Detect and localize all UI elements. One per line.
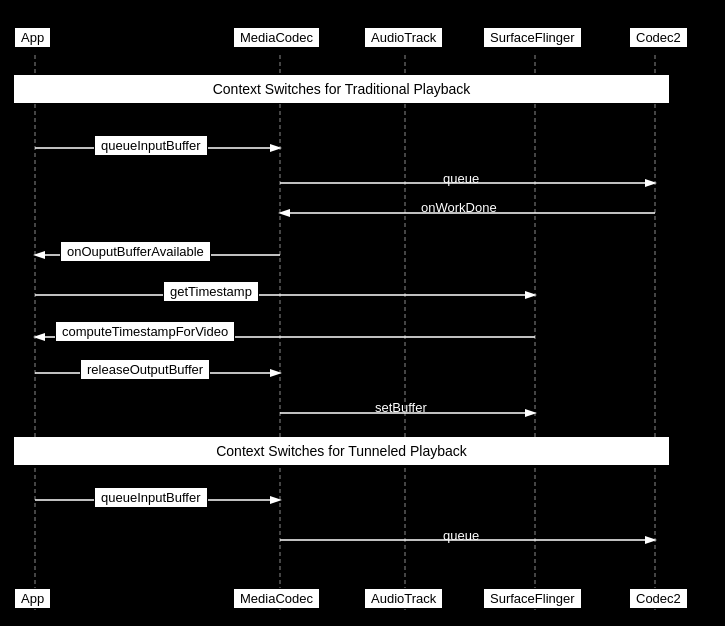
svg-marker-8 <box>645 179 657 187</box>
section1-bar: Context Switches for Traditional Playbac… <box>14 75 669 103</box>
header-audiotrack: AudioTrack <box>364 27 443 48</box>
footer-surfaceflinger: SurfaceFlinger <box>483 588 582 609</box>
svg-marker-10 <box>278 209 290 217</box>
svg-marker-6 <box>270 144 282 152</box>
get-timestamp-label: getTimestamp <box>163 281 259 302</box>
queue-input-buffer-2-label: queueInputBuffer <box>94 487 208 508</box>
footer-mediacodec: MediaCodec <box>233 588 320 609</box>
svg-marker-14 <box>525 291 537 299</box>
header-surfaceflinger: SurfaceFlinger <box>483 27 582 48</box>
queue-2-label: queue <box>443 528 479 543</box>
section2-bar: Context Switches for Tunneled Playback <box>14 437 669 465</box>
svg-marker-18 <box>270 369 282 377</box>
footer-app: App <box>14 588 51 609</box>
queue-1-label: queue <box>443 171 479 186</box>
on-output-buffer-available-label: onOuputBufferAvailable <box>60 241 211 262</box>
on-work-done-label: onWorkDone <box>421 200 497 215</box>
svg-marker-22 <box>270 496 282 504</box>
header-codec2: Codec2 <box>629 27 688 48</box>
svg-marker-12 <box>33 251 45 259</box>
footer-audiotrack: AudioTrack <box>364 588 443 609</box>
footer-codec2: Codec2 <box>629 588 688 609</box>
svg-marker-16 <box>33 333 45 341</box>
header-mediacodec: MediaCodec <box>233 27 320 48</box>
queue-input-buffer-1-label: queueInputBuffer <box>94 135 208 156</box>
set-buffer-label: setBuffer <box>375 400 427 415</box>
svg-marker-20 <box>525 409 537 417</box>
svg-marker-24 <box>645 536 657 544</box>
header-app: App <box>14 27 51 48</box>
diagram: App MediaCodec AudioTrack SurfaceFlinger… <box>0 0 725 626</box>
compute-timestamp-label: computeTimestampForVideo <box>55 321 235 342</box>
release-output-buffer-label: releaseOutputBuffer <box>80 359 210 380</box>
